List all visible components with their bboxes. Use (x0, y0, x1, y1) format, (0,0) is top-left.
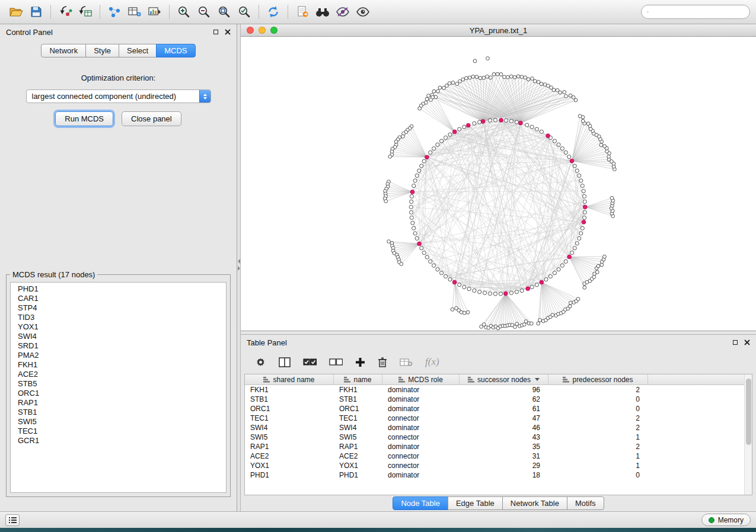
mcds-result-item[interactable]: CAR1 (11, 294, 226, 303)
mcds-result-item[interactable]: GCR1 (11, 436, 226, 446)
zoom-in-icon (177, 5, 190, 18)
window-zoom-traffic-light[interactable] (270, 27, 277, 34)
column-header-successor-nodes[interactable]: successor nodes (460, 374, 548, 384)
columns-icon (279, 357, 291, 367)
table-row[interactable]: ACE2ACE2connector311 (245, 451, 752, 461)
tab-network-table[interactable]: Network Table (502, 496, 567, 510)
mcds-result-item[interactable]: STP4 (11, 303, 226, 313)
close-panel-button[interactable]: Close panel (122, 111, 181, 126)
network-graph[interactable] (241, 37, 756, 331)
table-row[interactable]: YOX1YOX1connector291 (245, 461, 752, 470)
close-panel-icon[interactable] (225, 29, 231, 35)
table-row[interactable]: TEC1TEC1connector472 (245, 414, 752, 423)
export-document-button[interactable] (292, 3, 312, 21)
table-scrollbar[interactable] (744, 374, 752, 495)
window-close-traffic-light[interactable] (247, 27, 254, 34)
float-panel-icon[interactable] (733, 340, 738, 345)
table-cell: connector (382, 433, 460, 441)
table-row[interactable]: STB1STB1dominator620 (245, 395, 752, 404)
select-all-rows-button[interactable] (303, 357, 317, 367)
mcds-result-item[interactable]: TID3 (11, 313, 226, 322)
memory-button[interactable]: Memory (701, 514, 751, 526)
export-network-button[interactable] (104, 3, 125, 21)
mcds-result-item[interactable]: SWI5 (11, 417, 226, 427)
mcds-result-item[interactable]: TEC1 (11, 427, 226, 436)
open-button[interactable] (6, 3, 26, 21)
panel-splitter[interactable] (237, 24, 241, 511)
splitter-expand-icon[interactable] (238, 266, 240, 271)
mcds-result-item[interactable]: PHD1 (11, 284, 226, 294)
float-panel-icon[interactable] (213, 30, 218, 34)
table-row[interactable]: RAP1RAP1dominator352 (245, 442, 752, 451)
zoom-in-button[interactable] (174, 3, 194, 21)
search-box[interactable] (641, 5, 750, 19)
window-minimize-traffic-light[interactable] (259, 27, 266, 34)
zoom-fit-button[interactable] (214, 3, 234, 21)
mcds-result-item[interactable]: ACE2 (11, 370, 226, 379)
mcds-result-item[interactable]: STB1 (11, 408, 226, 417)
table-panel-title: Table Panel (247, 338, 287, 347)
save-button[interactable] (26, 3, 46, 21)
tab-edge-table[interactable]: Edge Table (448, 496, 503, 510)
mcds-result-item[interactable]: PMA2 (11, 351, 226, 360)
table-row[interactable]: SWI5SWI5connector431 (245, 432, 752, 442)
table-settings-button[interactable] (255, 357, 266, 368)
mcds-result-item[interactable]: ORC1 (11, 389, 226, 398)
mcds-result-list[interactable]: PHD1CAR1STP4TID3YOX1SWI4SRD1PMA2FKH1ACE2… (10, 282, 227, 493)
add-column-button[interactable] (355, 357, 365, 367)
scrollbar-thumb[interactable] (746, 379, 751, 445)
mcds-result-item[interactable]: SRD1 (11, 341, 226, 351)
search-input[interactable] (652, 8, 744, 16)
memory-status-icon (709, 517, 714, 523)
column-header-mcds-role[interactable]: MCDS role (382, 374, 460, 384)
network-canvas[interactable] (241, 37, 756, 331)
table-row[interactable]: FKH1FKH1dominator962 (245, 385, 752, 395)
chevron-down-icon[interactable] (535, 378, 540, 381)
tab-mcds[interactable]: MCDS (156, 44, 195, 57)
mcds-result-item[interactable]: RAP1 (11, 398, 226, 408)
refresh-button[interactable] (263, 3, 283, 21)
tab-motifs[interactable]: Motifs (567, 496, 604, 510)
import-network-from-file-button[interactable] (55, 3, 75, 21)
table-panel-tabbar: Node Table Edge Table Network Table Moti… (241, 495, 756, 511)
task-history-button[interactable] (5, 514, 20, 526)
column-header-name[interactable]: name (334, 374, 382, 384)
hide-graphics-button[interactable] (333, 3, 353, 21)
table-row[interactable]: SWI4SWI4dominator462 (245, 423, 752, 432)
tab-style[interactable]: Style (85, 44, 119, 57)
splitter-collapse-icon[interactable] (238, 259, 240, 264)
delete-column-button[interactable] (378, 357, 387, 368)
zoom-selected-button[interactable] (234, 3, 254, 21)
deselect-all-rows-button[interactable] (329, 357, 343, 367)
column-header-predecessor-nodes[interactable]: predecessor nodes (548, 374, 648, 384)
find-button[interactable] (312, 3, 333, 21)
table-cell: connector (382, 462, 460, 470)
clear-table-button[interactable] (400, 358, 413, 367)
eye-icon (356, 7, 370, 17)
close-panel-icon[interactable] (744, 339, 750, 345)
optimization-criterion-select[interactable]: largest connected component (undirected) (26, 89, 211, 103)
run-mcds-button[interactable]: Run MCDS (55, 111, 113, 126)
table-row[interactable]: PHD1PHD1dominator180 (245, 470, 752, 480)
function-builder-button[interactable]: f(x) (425, 356, 439, 368)
mcds-result-item[interactable]: SWI4 (11, 332, 226, 341)
select-stepper-icon[interactable] (199, 90, 210, 102)
show-columns-button[interactable] (279, 357, 291, 367)
zoom-out-button[interactable] (194, 3, 214, 21)
show-graphics-button[interactable] (353, 3, 373, 21)
network-window-titlebar[interactable]: YPA_prune.txt_1 (241, 24, 756, 37)
trash-icon (378, 357, 387, 368)
column-header-shared-name[interactable]: shared name (245, 374, 334, 384)
tab-select[interactable]: Select (119, 44, 157, 57)
export-table-button[interactable] (125, 3, 145, 21)
table-row[interactable]: ORC1ORC1dominator610 (245, 404, 752, 414)
table-cell: 1 (548, 462, 648, 470)
tab-network[interactable]: Network (41, 44, 86, 57)
optimization-criterion-label: Optimization criterion: (0, 73, 237, 82)
mcds-result-item[interactable]: YOX1 (11, 322, 226, 332)
export-image-button[interactable] (145, 3, 165, 21)
import-table-from-file-button[interactable] (75, 3, 95, 21)
mcds-result-item[interactable]: FKH1 (11, 360, 226, 370)
mcds-result-item[interactable]: STB5 (11, 379, 226, 389)
tab-node-table[interactable]: Node Table (393, 496, 448, 510)
